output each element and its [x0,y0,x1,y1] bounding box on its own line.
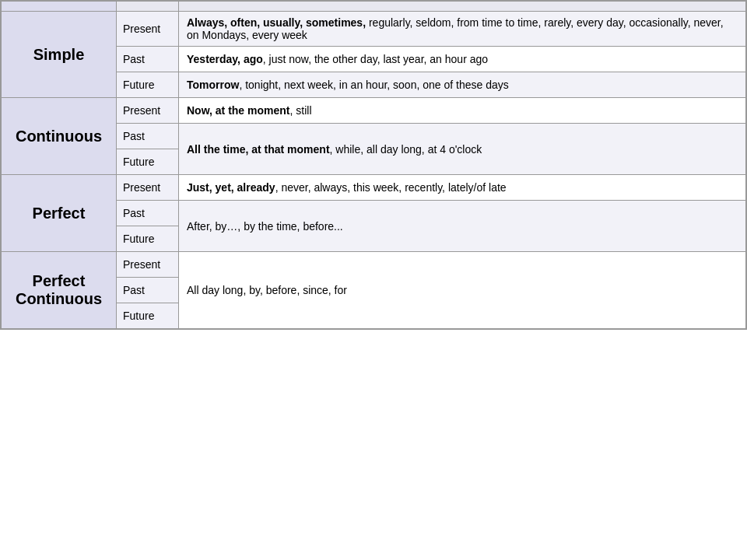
tense-cell: Future [117,72,179,98]
adverbs-cell: Yesterday, ago, just now, the other day,… [179,47,746,72]
header-time [117,2,179,12]
header-category [2,2,117,12]
adverbs-cell: After, by…, by the time, before... [179,201,746,252]
tense-cell: Future [117,303,179,329]
adverbs-cell: All day long, by, before, since, for [179,252,746,329]
tense-cell: Past [117,124,179,149]
category-cell-0: Simple [2,12,117,98]
adverbs-cell: All the time, at that moment, while, all… [179,124,746,175]
adverbs-cell: Now, at the moment, still [179,98,746,124]
header-adverbs [179,2,746,12]
adverbs-cell: Tomorrow, tonight, next week, in an hour… [179,72,746,98]
adverbs-cell: Just, yet, already, never, always, this … [179,175,746,201]
tense-cell: Present [117,98,179,124]
tense-cell: Future [117,149,179,175]
tense-cell: Present [117,175,179,201]
tense-cell: Present [117,12,179,47]
tense-cell: Past [117,47,179,72]
adverbs-cell: Always, often, usually, sometimes, regul… [179,12,746,47]
category-cell-2: Perfect [2,175,117,252]
category-cell-1: Continuous [2,98,117,175]
tense-cell: Past [117,278,179,303]
category-cell-3: Perfect Continuous [2,252,117,329]
main-table: SimplePresentAlways, often, usually, som… [0,0,747,330]
tense-cell: Present [117,252,179,278]
tense-cell: Past [117,201,179,226]
tense-cell: Future [117,226,179,252]
